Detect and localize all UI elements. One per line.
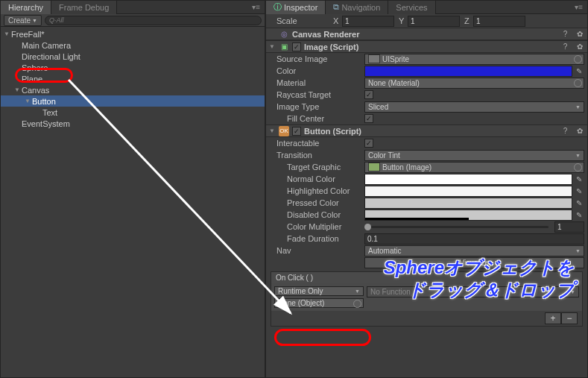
event-target-field[interactable]: None (Object) bbox=[274, 298, 364, 308]
tab-services-label: Services bbox=[396, 3, 427, 12]
chevron-down-icon: ▼ bbox=[355, 289, 360, 294]
component-canvas-renderer[interactable]: ◎ Canvas Renderer ? ✿ bbox=[266, 28, 587, 40]
navigation-dropdown[interactable]: Automatic▼ bbox=[364, 245, 584, 256]
tree-item-sphere[interactable]: Sphere bbox=[1, 62, 265, 73]
image-type-dropdown[interactable]: Sliced▼ bbox=[364, 101, 584, 113]
component-image[interactable]: ▼ ▣ ✓ Image (Script) ? ✿ bbox=[266, 40, 587, 53]
inspector-panel: ⓘ Inspector ⧉ Navigation Services ▾≡ Sca… bbox=[265, 0, 588, 378]
foldout-icon[interactable]: ▼ bbox=[269, 43, 276, 50]
tree-item-label: Directional Light bbox=[22, 52, 80, 61]
add-event-button[interactable]: + bbox=[545, 312, 561, 324]
panel-menu-icon[interactable]: ▾≡ bbox=[252, 3, 260, 11]
prop-highlighted-color: Highlighted Color ✎ bbox=[266, 185, 587, 197]
prop-label: Interactable bbox=[276, 139, 364, 148]
eyedropper-icon[interactable]: ✎ bbox=[574, 186, 584, 196]
help-icon[interactable]: ? bbox=[560, 29, 570, 39]
tree-item-eventsystem[interactable]: EventSystem bbox=[1, 118, 265, 129]
create-button[interactable]: Create▼ bbox=[4, 15, 42, 26]
help-icon[interactable]: ? bbox=[560, 126, 570, 136]
tab-framedebug[interactable]: Frame Debug bbox=[51, 1, 117, 14]
prop-label: Transition bbox=[276, 151, 364, 160]
eyedropper-icon[interactable]: ✎ bbox=[574, 198, 584, 208]
object-picker-icon[interactable] bbox=[574, 79, 582, 87]
gear-icon[interactable]: ✿ bbox=[575, 29, 584, 39]
tree-item-label: Plane bbox=[22, 75, 42, 84]
prop-transition: Transition Color Tint▼ bbox=[266, 149, 587, 161]
eyedropper-icon[interactable]: ✎ bbox=[574, 174, 584, 184]
highlighted-color-field[interactable] bbox=[364, 186, 572, 197]
annotation-line1: Sphereオブジェクトを bbox=[384, 257, 575, 277]
hierarchy-search-input[interactable]: Q·All bbox=[45, 16, 262, 25]
component-button[interactable]: ▼ OK ✓ Button (Script) ? ✿ bbox=[266, 125, 587, 137]
normal-color-field[interactable] bbox=[364, 174, 572, 185]
chevron-down-icon: ▼ bbox=[575, 104, 581, 110]
help-icon[interactable]: ? bbox=[560, 42, 570, 51]
transition-dropdown[interactable]: Color Tint▼ bbox=[364, 150, 584, 161]
object-picker-icon[interactable] bbox=[574, 163, 582, 171]
tree-item-canvas[interactable]: ▼Canvas bbox=[1, 84, 265, 95]
inspector-tabbar: ⓘ Inspector ⧉ Navigation Services ▾≡ bbox=[266, 1, 587, 14]
create-label: Create bbox=[8, 16, 31, 25]
tab-hierarchy[interactable]: Hierarchy bbox=[1, 1, 51, 14]
dropdown-value: Automatic bbox=[368, 247, 401, 255]
scale-y-input[interactable]: 1 bbox=[408, 16, 460, 27]
field-value: UISprite bbox=[382, 55, 409, 63]
scale-y-label: Y bbox=[399, 16, 408, 25]
tab-framedebug-label: Frame Debug bbox=[59, 3, 109, 12]
color-multiplier-input[interactable]: 1 bbox=[554, 221, 584, 233]
runtime-dropdown[interactable]: Runtime Only▼ bbox=[274, 286, 364, 296]
gear-icon[interactable]: ✿ bbox=[575, 126, 584, 136]
tree-item-directional-light[interactable]: Directional Light bbox=[1, 51, 265, 62]
component-title: Image (Script) bbox=[304, 42, 556, 51]
prop-label: Nav bbox=[276, 246, 364, 255]
tree-item-plane[interactable]: Plane bbox=[1, 73, 265, 84]
panel-menu-icon[interactable]: ▾≡ bbox=[575, 3, 583, 11]
object-picker-icon[interactable] bbox=[574, 55, 582, 63]
chevron-down-icon: ▼ bbox=[575, 153, 581, 158]
foldout-icon[interactable]: ▼ bbox=[14, 86, 22, 93]
prop-pressed-color: Pressed Color ✎ bbox=[266, 197, 587, 209]
event-list-controls: + − bbox=[271, 311, 582, 326]
tab-services[interactable]: Services bbox=[388, 1, 435, 14]
fill-center-checkbox[interactable]: ✓ bbox=[364, 114, 373, 123]
gear-icon[interactable]: ✿ bbox=[575, 42, 584, 51]
tree-item-text[interactable]: Text bbox=[1, 107, 265, 118]
nav-icon: ⧉ bbox=[333, 2, 339, 12]
component-enable-checkbox[interactable]: ✓ bbox=[292, 42, 301, 51]
component-enable-checkbox[interactable]: ✓ bbox=[292, 127, 301, 136]
raycast-checkbox[interactable]: ✓ bbox=[364, 90, 373, 99]
annotation-line2: ドラッグ＆ドロップ bbox=[408, 280, 575, 300]
object-picker-icon[interactable] bbox=[353, 300, 361, 308]
target-graphic-field[interactable]: Button (Image) bbox=[364, 162, 584, 173]
button-script-icon: OK bbox=[279, 126, 289, 136]
foldout-icon[interactable]: ▼ bbox=[25, 98, 32, 104]
foldout-icon[interactable]: ▼ bbox=[269, 127, 276, 134]
eyedropper-icon[interactable]: ✎ bbox=[574, 66, 584, 76]
prop-label: Highlighted Color bbox=[276, 186, 364, 195]
eyedropper-icon[interactable]: ✎ bbox=[574, 210, 584, 220]
pressed-color-field[interactable] bbox=[364, 198, 572, 209]
remove-event-button[interactable]: − bbox=[561, 312, 578, 324]
source-image-field[interactable]: UISprite bbox=[364, 54, 584, 65]
search-placeholder: Q·All bbox=[49, 16, 64, 24]
fade-duration-input[interactable]: 0.1 bbox=[364, 233, 584, 245]
foldout-icon[interactable]: ▼ bbox=[4, 31, 11, 37]
tree-item-main-camera[interactable]: Main Camera bbox=[1, 40, 265, 51]
tab-navigation[interactable]: ⧉ Navigation bbox=[326, 1, 388, 14]
hierarchy-toolbar: Create▼ Q·All bbox=[1, 14, 265, 27]
material-field[interactable]: None (Material) bbox=[364, 78, 584, 89]
field-value: Button (Image) bbox=[382, 163, 431, 171]
scale-x-input[interactable]: 1 bbox=[342, 16, 394, 27]
disabled-color-field[interactable] bbox=[364, 210, 572, 221]
prop-label: Material bbox=[276, 78, 364, 87]
interactable-checkbox[interactable]: ✓ bbox=[364, 139, 373, 148]
prop-label: Normal Color bbox=[276, 174, 364, 183]
color-multiplier-slider[interactable] bbox=[364, 226, 549, 228]
scale-z-input[interactable]: 1 bbox=[473, 16, 525, 27]
tab-inspector[interactable]: ⓘ Inspector bbox=[266, 1, 326, 14]
info-icon: ⓘ bbox=[274, 1, 282, 13]
tree-root[interactable]: ▼FreeFall* bbox=[1, 28, 265, 40]
tree-item-button[interactable]: ▼Button bbox=[1, 95, 265, 107]
dropdown-value: Sliced bbox=[368, 103, 388, 111]
color-field[interactable] bbox=[364, 66, 572, 77]
